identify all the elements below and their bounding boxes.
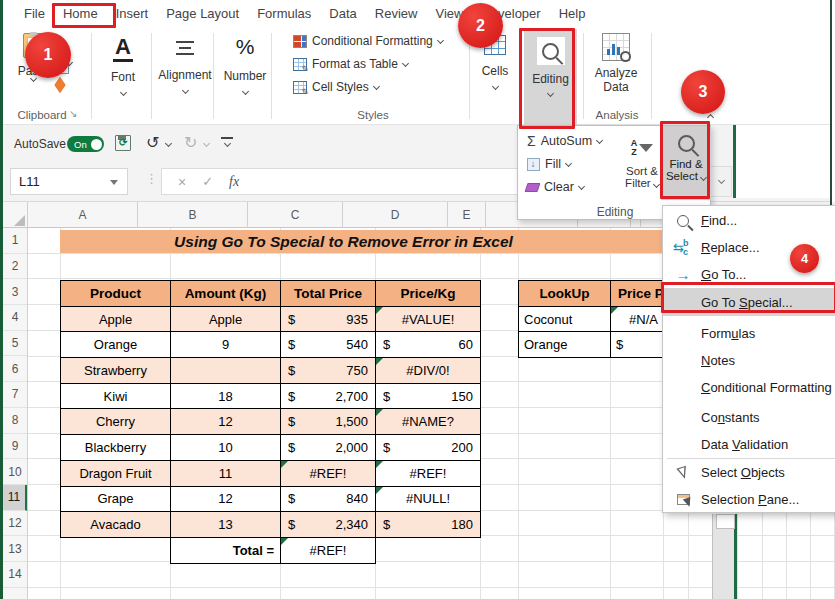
table-header-price-kg[interactable]: Price/Kg <box>376 281 481 307</box>
fill-button[interactable]: Fill <box>527 157 571 171</box>
customize-qat-button[interactable] <box>221 137 233 147</box>
name-box[interactable]: L11 <box>10 168 128 195</box>
row-header[interactable]: 3 <box>3 279 27 305</box>
menu-item-find[interactable]: Find... <box>663 207 835 234</box>
chevron-down-icon[interactable] <box>165 140 172 147</box>
row-header[interactable]: 5 <box>3 331 27 357</box>
redo-button[interactable]: ↻ <box>184 133 197 152</box>
table-header-product[interactable]: Product <box>61 281 171 307</box>
cell[interactable]: Coconut <box>519 307 611 333</box>
clear-button[interactable]: Clear <box>526 180 584 194</box>
expand-formula-bar-button[interactable] <box>710 166 732 197</box>
cell-error[interactable]: #VALUE! <box>376 307 481 333</box>
cell[interactable]: $150 <box>376 384 481 410</box>
format-painter-button[interactable] <box>55 80 65 90</box>
undo-button[interactable]: ↺ <box>146 133 159 152</box>
cell[interactable]: $60 <box>376 332 481 358</box>
name-box-dropdown-icon[interactable] <box>110 180 118 185</box>
collapse-ribbon-icon[interactable] <box>707 114 714 121</box>
total-value-cell[interactable]: #REF! <box>281 538 376 564</box>
cell[interactable]: Kiwi <box>61 384 171 410</box>
table-header-total-price[interactable]: Total Price <box>281 281 376 307</box>
cell-error[interactable]: #REF! <box>281 461 376 487</box>
enter-icon[interactable]: ✓ <box>202 174 213 189</box>
row-header[interactable]: 8 <box>3 408 27 434</box>
font-group-button[interactable]: A Font <box>101 35 145 95</box>
cell[interactable]: $1,500 <box>281 409 376 435</box>
autosum-button[interactable]: Σ AutoSum <box>527 133 602 149</box>
cell[interactable]: $2,000 <box>281 435 376 461</box>
cell-error[interactable]: #REF! <box>376 461 481 487</box>
menu-item-select-objects[interactable]: Select Objects <box>663 459 835 486</box>
save-button[interactable] <box>115 135 131 151</box>
row-header[interactable]: 12 <box>3 511 27 537</box>
insert-function-icon[interactable]: fx <box>229 174 239 190</box>
menu-item-conditional-formatting[interactable]: Conditional Formatting <box>663 374 835 401</box>
total-label-cell[interactable]: Total = <box>171 538 281 564</box>
column-header[interactable]: C <box>248 202 343 228</box>
cell[interactable]: $2,700 <box>281 384 376 410</box>
row-header[interactable]: 11 <box>3 485 27 511</box>
cell-styles-button[interactable]: Cell Styles <box>293 80 379 94</box>
cell[interactable]: $935 <box>281 307 376 333</box>
cell[interactable]: $180 <box>376 512 481 538</box>
menu-item-constants[interactable]: Constants <box>663 404 835 431</box>
cell[interactable]: Orange <box>519 332 611 358</box>
number-group-button[interactable]: % Number <box>221 35 269 94</box>
clipboard-dialog-launcher[interactable]: ↘ <box>69 108 77 119</box>
cell[interactable]: 9 <box>171 332 281 358</box>
cell[interactable] <box>171 358 281 384</box>
cell-error[interactable]: #N/A <box>611 307 664 333</box>
cell-error[interactable]: #NULL! <box>376 487 481 513</box>
lookup-price-header[interactable]: Price Per Kg <box>611 281 664 307</box>
row-header[interactable]: 14 <box>3 562 27 588</box>
format-as-table-button[interactable]: Format as Table <box>293 57 408 71</box>
cell[interactable]: Grape <box>61 487 171 513</box>
row-header[interactable]: 2 <box>3 254 27 280</box>
autosave-toggle[interactable]: On <box>67 136 104 152</box>
cancel-icon[interactable]: × <box>178 174 186 190</box>
cell[interactable]: Orange <box>61 332 171 358</box>
cell[interactable]: $840 <box>281 487 376 513</box>
cell[interactable]: 13 <box>171 512 281 538</box>
ribbon-tab[interactable]: File <box>15 0 54 28</box>
cell[interactable]: $2,340 <box>281 512 376 538</box>
cell[interactable]: 12 <box>171 409 281 435</box>
menu-item-formulas[interactable]: Formulas <box>663 320 835 347</box>
ribbon-tab[interactable]: Formulas <box>248 0 320 28</box>
lookup-header[interactable]: LookUp <box>519 281 611 307</box>
cell[interactable]: $750 <box>281 358 376 384</box>
cell[interactable]: 12 <box>171 487 281 513</box>
menu-item-notes[interactable]: Notes <box>663 347 835 374</box>
cell[interactable]: 11 <box>171 461 281 487</box>
analyze-data-button[interactable]: Analyze Data <box>589 33 643 94</box>
column-header[interactable]: A <box>28 202 138 228</box>
cell[interactable]: Apple <box>61 307 171 333</box>
menu-item-data-validation[interactable]: Data Validation <box>663 431 835 458</box>
cell[interactable]: Strawberry <box>61 358 171 384</box>
cell-error[interactable]: #NAME? <box>376 409 481 435</box>
row-header[interactable]: 7 <box>3 382 27 408</box>
cell[interactable]: $200 <box>376 435 481 461</box>
select-all-corner[interactable] <box>3 202 28 228</box>
cell[interactable]: Avacado <box>61 512 171 538</box>
row-header[interactable]: 10 <box>3 459 27 485</box>
menu-item-selection-pane[interactable]: Selection Pane... <box>663 486 835 513</box>
conditional-formatting-button[interactable]: Conditional Formatting <box>293 34 443 48</box>
row-header[interactable]: 13 <box>3 536 27 562</box>
ribbon-tab[interactable]: Review <box>366 0 427 28</box>
cell[interactable]: Apple <box>171 307 281 333</box>
cell[interactable]: $ <box>611 332 664 358</box>
row-header[interactable]: 6 <box>3 356 27 382</box>
cell[interactable]: $540 <box>281 332 376 358</box>
ribbon-tab[interactable]: Data <box>320 0 365 28</box>
cell[interactable]: Blackberry <box>61 435 171 461</box>
row-header[interactable]: 9 <box>3 434 27 460</box>
cell[interactable]: 18 <box>171 384 281 410</box>
cell-error[interactable]: #DIV/0! <box>376 358 481 384</box>
cell[interactable]: Dragon Fruit <box>61 461 171 487</box>
formula-bar-drag-handle[interactable]: ⋮ <box>145 171 158 186</box>
ribbon-tab[interactable]: Page Layout <box>157 0 248 28</box>
cell[interactable]: 10 <box>171 435 281 461</box>
column-header[interactable]: D <box>343 202 448 228</box>
